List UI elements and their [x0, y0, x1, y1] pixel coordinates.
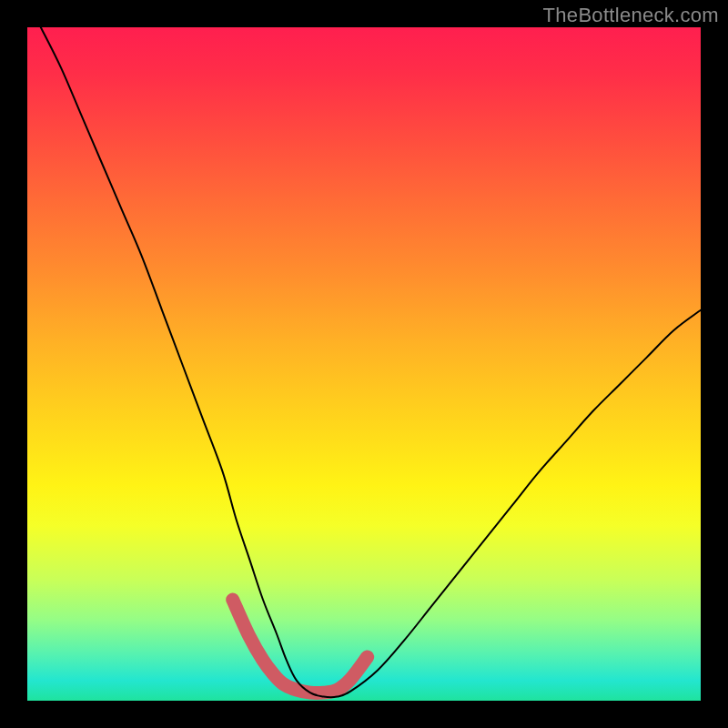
chart-stage: TheBottleneck.com: [0, 0, 728, 728]
chart-overlay: [27, 27, 701, 701]
watermark-text: TheBottleneck.com: [543, 4, 719, 27]
bottleneck-curve: [41, 27, 701, 697]
highlight-segment: [233, 600, 368, 693]
